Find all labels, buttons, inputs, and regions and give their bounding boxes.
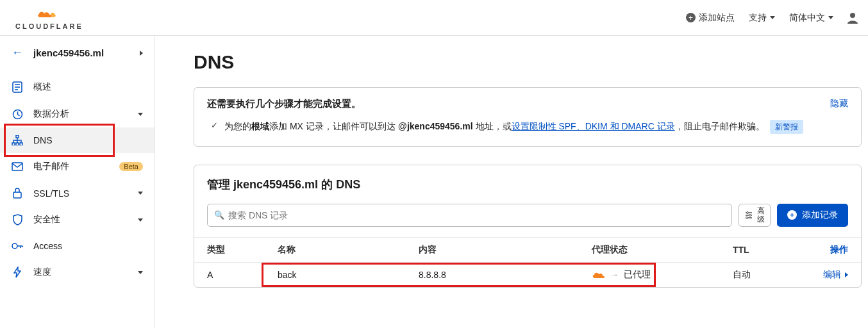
key-icon	[12, 242, 23, 250]
col-content: 内容	[419, 244, 592, 256]
add-record-button[interactable]: + 添加记录	[777, 204, 848, 227]
add-site-link[interactable]: + 添加站点	[686, 12, 735, 24]
sidebar-item-analytics[interactable]: 数据分析	[0, 101, 154, 127]
search-input[interactable]: 🔍	[207, 204, 732, 227]
language-label: 简体中文	[789, 12, 825, 24]
chevron-down-icon	[828, 16, 833, 19]
cloud-icon	[592, 271, 606, 279]
cloud-icon	[34, 8, 65, 21]
sidebar-item-email[interactable]: 电子邮件 Beta	[0, 153, 154, 180]
user-menu[interactable]	[847, 12, 858, 24]
svg-point-0	[850, 13, 855, 18]
svg-rect-8	[16, 143, 19, 145]
setup-heading: 还需要执行几个步骤才能完成设置。	[207, 98, 361, 110]
col-ops: 操作	[797, 244, 848, 256]
page-title: DNS	[194, 51, 862, 73]
sidebar: ← jkenc459456.ml 概述 数据分析	[0, 36, 155, 328]
search-icon: 🔍	[214, 210, 224, 220]
sidebar-item-label: Access	[33, 241, 143, 251]
clock-icon	[12, 109, 23, 120]
sidebar-item-security[interactable]: 安全性	[0, 206, 154, 233]
dns-table: 类型 名称 内容 代理状态 TTL 操作 A back 8.8.8.8 →	[194, 237, 861, 287]
proxy-status-text: 已代理	[624, 269, 651, 281]
svg-rect-9	[20, 143, 22, 145]
add-record-label: 添加记录	[802, 209, 838, 221]
new-alert-badge: 新警报	[770, 120, 803, 134]
cell-ttl: 自动	[733, 269, 797, 281]
chevron-down-icon	[770, 16, 775, 19]
sidebar-item-access[interactable]: Access	[0, 233, 154, 259]
chevron-right-icon	[140, 51, 143, 56]
support-menu[interactable]: 支持	[749, 12, 775, 24]
setup-steps-card: 还需要执行几个步骤才能完成设置。 隐藏 ✓ 为您的根域添加 MX 记录，让邮件可…	[194, 87, 862, 147]
sidebar-nav: 概述 数据分析 DNS	[0, 70, 154, 290]
edit-link[interactable]: 编辑	[797, 269, 848, 281]
site-domain: jkenc459456.ml	[33, 47, 129, 58]
network-icon	[12, 135, 23, 145]
svg-point-12	[12, 243, 17, 249]
chevron-down-icon	[138, 271, 143, 274]
cell-proxy[interactable]: → 已代理	[592, 269, 733, 281]
col-proxy: 代理状态	[592, 244, 733, 256]
svg-point-14	[749, 214, 751, 216]
col-ttl: TTL	[733, 245, 797, 255]
col-name: 名称	[278, 244, 419, 256]
brand-name: CLOUDFLARE	[15, 22, 83, 30]
svg-rect-6	[16, 135, 19, 138]
arrow-icon: →	[611, 270, 619, 279]
plus-circle-icon: +	[787, 210, 797, 220]
chevron-down-icon	[138, 192, 143, 195]
mail-icon	[12, 162, 23, 171]
svg-point-13	[747, 211, 749, 213]
cell-content: 8.8.8.8	[419, 270, 592, 280]
sidebar-item-label: 速度	[33, 266, 128, 278]
brand-logo[interactable]: CLOUDFLARE	[15, 8, 83, 30]
col-type: 类型	[207, 244, 278, 256]
sidebar-item-speed[interactable]: 速度	[0, 259, 154, 286]
sidebar-item-dns[interactable]: DNS	[0, 127, 154, 153]
add-site-label: 添加站点	[699, 12, 735, 24]
sidebar-item-ssl[interactable]: SSL/TLS	[0, 180, 154, 206]
sidebar-item-label: DNS	[33, 135, 143, 145]
sidebar-item-label: SSL/TLS	[33, 188, 128, 199]
top-bar-right: + 添加站点 支持 简体中文	[686, 12, 858, 24]
beta-badge: Beta	[119, 162, 143, 171]
sliders-icon	[744, 211, 753, 220]
sidebar-item-overview[interactable]: 概述	[0, 74, 154, 101]
top-bar: CLOUDFLARE + 添加站点 支持 简体中文	[0, 0, 868, 36]
hide-link[interactable]: 隐藏	[830, 98, 848, 110]
check-icon: ✓	[211, 120, 218, 130]
dns-manage-card: 管理 jkenc459456.ml 的 DNS 🔍 高级 + 添加记录	[194, 165, 862, 288]
chevron-right-icon	[845, 272, 848, 277]
spf-dkim-link[interactable]: 设置限制性 SPF、DKIM 和 DMARC 记录	[512, 121, 675, 131]
main-content: DNS 还需要执行几个步骤才能完成设置。 隐藏 ✓ 为您的根域添加 MX 记录，…	[155, 36, 868, 328]
language-menu[interactable]: 简体中文	[789, 12, 833, 24]
svg-rect-10	[12, 163, 22, 170]
shield-icon	[12, 214, 23, 226]
setup-text: 为您的根域添加 MX 记录，让邮件可以到达 @jkenc459456.ml 地址…	[224, 119, 803, 135]
chevron-down-icon	[138, 218, 143, 222]
svg-rect-7	[12, 143, 15, 145]
search-field[interactable]	[228, 210, 725, 220]
manage-dns-title: 管理 jkenc459456.ml 的 DNS	[194, 165, 861, 195]
svg-point-15	[746, 217, 748, 218]
sidebar-item-label: 安全性	[33, 214, 128, 226]
support-label: 支持	[749, 12, 767, 24]
cell-type: A	[207, 270, 278, 280]
svg-rect-11	[13, 192, 21, 198]
sidebar-item-label: 概述	[33, 81, 143, 93]
advanced-label: 高级	[757, 207, 765, 224]
chevron-down-icon	[138, 113, 143, 116]
cell-name: back	[278, 270, 419, 280]
site-selector[interactable]: ← jkenc459456.ml	[0, 36, 154, 70]
dns-toolbar: 🔍 高级 + 添加记录	[194, 195, 861, 237]
table-row[interactable]: A back 8.8.8.8 → 已代理 自动 编辑	[194, 262, 861, 287]
lock-icon	[12, 188, 23, 199]
table-header-row: 类型 名称 内容 代理状态 TTL 操作	[194, 237, 861, 262]
plus-circle-icon: +	[686, 13, 696, 22]
bolt-icon	[12, 266, 23, 278]
sidebar-item-label: 数据分析	[33, 108, 128, 120]
document-icon	[12, 81, 23, 93]
advanced-button[interactable]: 高级	[739, 204, 771, 227]
back-arrow-icon[interactable]: ←	[12, 46, 23, 60]
